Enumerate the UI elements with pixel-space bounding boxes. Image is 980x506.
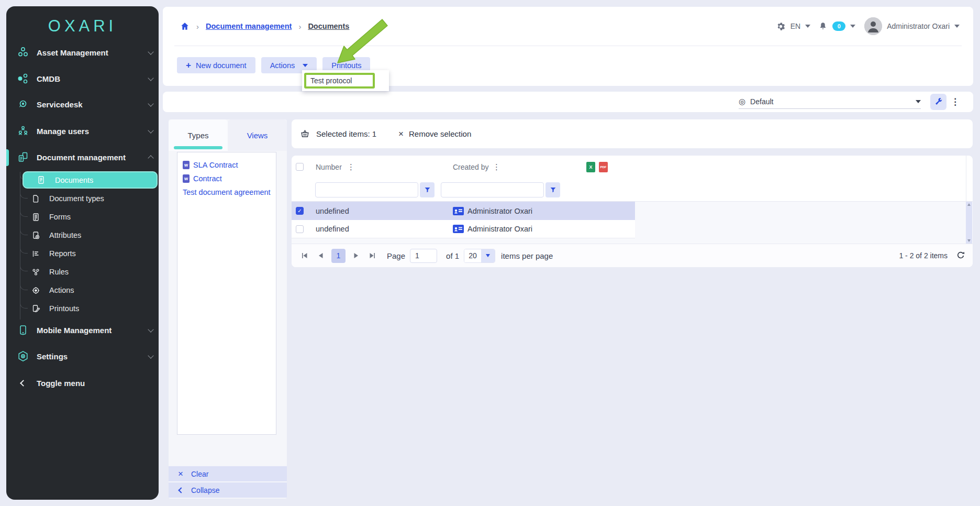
created-by-filter-input[interactable] [441, 182, 544, 197]
new-document-button[interactable]: + New document [177, 57, 255, 73]
last-page-button[interactable] [366, 250, 378, 261]
sidebar-item-asset-management[interactable]: Asset Management [6, 42, 159, 63]
sidebar-item-documents[interactable]: Documents [23, 171, 158, 189]
refresh-icon[interactable] [956, 251, 965, 260]
sidebar-item-forms[interactable]: Forms [6, 209, 159, 225]
select-all-checkbox[interactable] [296, 163, 304, 171]
type-item-sla-contract[interactable]: w SLA Contract [183, 158, 271, 172]
types-views-panel: Types Views w SLA Contract w Contract Te… [169, 119, 287, 499]
breadcrumb-document-management[interactable]: Document management [206, 22, 292, 30]
chevron-down-icon[interactable] [954, 25, 960, 28]
sidebar-item-cmdb[interactable]: CMDB [6, 68, 159, 89]
settings-icon [17, 350, 29, 362]
view-toolbar: ◎ Default ⋮ [163, 92, 973, 112]
types-list: w SLA Contract w Contract Test document … [177, 152, 276, 435]
contact-card-icon [453, 225, 464, 233]
configure-columns-button[interactable] [930, 94, 946, 110]
tab-views[interactable]: Views [228, 119, 287, 151]
user-menu[interactable]: Administrator Oxari [887, 22, 950, 30]
filter-funnel-icon [424, 186, 431, 193]
sidebar-item-settings[interactable]: Settings [6, 346, 159, 367]
sidebar-item-printouts[interactable]: Printouts [6, 301, 159, 316]
type-item-contract[interactable]: w Contract [183, 172, 271, 185]
chevron-down-icon [148, 49, 153, 54]
sidebar-item-rules[interactable]: Rules [6, 264, 159, 280]
column-header-created-by: Created by [453, 163, 488, 171]
column-menu-icon[interactable]: ⋮ [347, 162, 355, 172]
oxari-logo: OXARI [6, 17, 159, 36]
toggle-menu-button[interactable]: Toggle menu [6, 372, 159, 393]
attributes-icon [31, 231, 40, 240]
chevron-up-icon [148, 155, 153, 161]
asset-management-icon [17, 46, 29, 59]
number-filter-button[interactable] [420, 182, 435, 197]
word-doc-icon: w [183, 174, 190, 183]
row-checkbox-checked[interactable]: ✓ [296, 207, 304, 215]
selection-bar: Selected items: 1 × Remove selection [292, 119, 973, 148]
sidebar-item-document-types[interactable]: Document types [6, 191, 159, 206]
chevron-down-icon[interactable] [805, 25, 810, 28]
collapse-button[interactable]: Collapse [169, 482, 287, 498]
view-select-dropdown[interactable]: ◎ Default [739, 95, 921, 109]
bell-icon[interactable] [818, 21, 828, 31]
export-pdf-icon[interactable]: PDF [599, 162, 608, 172]
sidebar-item-servicedesk[interactable]: Servicedesk [6, 94, 159, 115]
sidebar-item-document-management[interactable]: Document management [6, 147, 159, 168]
page-number-input[interactable] [410, 249, 437, 263]
previous-page-button[interactable] [315, 250, 327, 261]
chevron-down-icon [148, 101, 153, 106]
clear-button[interactable]: × Clear [169, 466, 287, 481]
wrench-icon [934, 97, 943, 106]
sidebar: OXARI Asset Management CMDB Servicedesk [6, 6, 159, 500]
sidebar-item-attributes[interactable]: Attributes [6, 227, 159, 243]
kebab-menu-icon[interactable]: ⋮ [951, 96, 960, 107]
column-menu-icon[interactable]: ⋮ [493, 162, 500, 172]
remove-selection-button[interactable]: Remove selection [409, 129, 471, 138]
gear-icon[interactable] [776, 21, 786, 31]
active-tab-indicator [174, 146, 222, 149]
printouts-icon [31, 304, 40, 313]
first-page-button[interactable] [299, 250, 310, 261]
row-checkbox[interactable] [296, 225, 304, 233]
table-row[interactable]: undefined Administrator Oxari [292, 220, 635, 238]
vertical-scrollbar[interactable] [966, 202, 972, 244]
page-size-select[interactable]: 20 [464, 249, 495, 263]
sidebar-item-manage-users[interactable]: Manage users [6, 120, 159, 141]
home-icon[interactable] [180, 21, 190, 31]
next-page-button[interactable] [350, 250, 362, 261]
sidebar-item-actions[interactable]: Actions [6, 282, 159, 298]
table-header-row: Number ⋮ Created by ⋮ X PDF [292, 156, 973, 178]
header-card: › Document management › Documents EN 0 [163, 7, 973, 86]
number-filter-input[interactable] [315, 182, 418, 197]
export-excel-icon[interactable]: X [586, 162, 595, 172]
annotation-highlight-box: Test protocol [304, 73, 375, 89]
chevron-down-icon [148, 75, 153, 81]
word-doc-icon: w [183, 161, 190, 169]
sidebar-item-reports[interactable]: Reports [6, 246, 159, 261]
view-icon: ◎ [739, 97, 745, 106]
mobile-management-icon [17, 324, 29, 336]
breadcrumb-documents[interactable]: Documents [308, 22, 349, 30]
x-icon[interactable]: × [398, 129, 404, 139]
breadcrumb-separator: › [196, 22, 199, 31]
pagination-bar: 1 Page of 1 20 items per page 1 - 2 of 2… [292, 244, 973, 267]
manage-users-icon [17, 125, 29, 137]
reports-icon [31, 249, 40, 258]
sidebar-item-mobile-management[interactable]: Mobile Management [6, 320, 159, 340]
basket-icon [300, 129, 310, 139]
filter-funnel-icon [550, 186, 556, 193]
filter-row [292, 178, 973, 202]
language-selector[interactable]: EN [790, 22, 800, 30]
table-body: ✓ undefined Administrator Oxari undefine… [292, 202, 973, 244]
avatar[interactable] [864, 17, 882, 35]
chevron-down-icon[interactable] [850, 25, 855, 28]
type-item-test-document-agreement[interactable]: Test document agreement [183, 185, 271, 199]
header-divider [174, 46, 962, 46]
tab-types[interactable]: Types [169, 119, 228, 151]
chevron-down-icon [481, 249, 495, 262]
printouts-menu-item-test-protocol[interactable]: Test protocol [306, 76, 352, 85]
page-1-button[interactable]: 1 [331, 249, 346, 263]
page-label: Page [387, 251, 405, 260]
created-by-filter-button[interactable] [545, 182, 560, 197]
table-row[interactable]: ✓ undefined Administrator Oxari [292, 202, 635, 220]
